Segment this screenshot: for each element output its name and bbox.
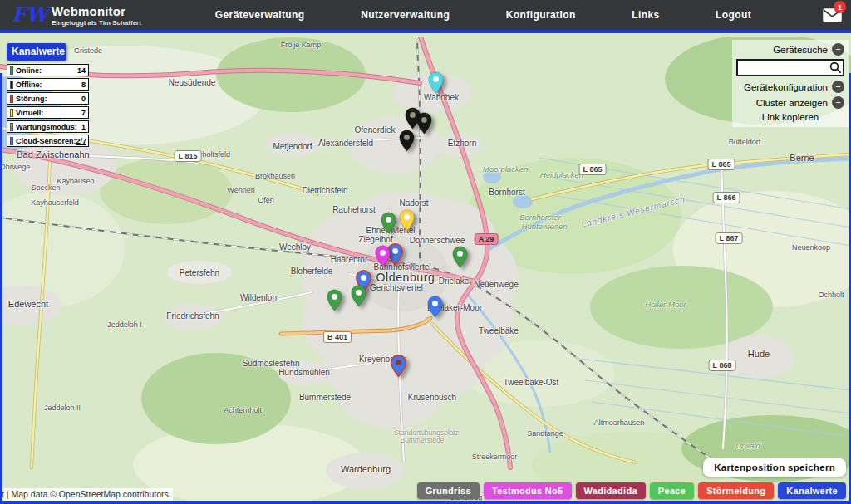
- layer-button-testmodus-no5[interactable]: Testmodus No5: [484, 482, 572, 499]
- map-attribution: t | Map data © OpenStreetMap contributor…: [0, 488, 173, 501]
- blue-border-left: [0, 73, 2, 504]
- layer-button-grundriss[interactable]: Grundriss: [417, 482, 480, 499]
- map-marker[interactable]: [351, 285, 366, 307]
- blue-border-bottom: [0, 501, 851, 504]
- cluster-toggle-label: Cluster anzeigen: [756, 98, 828, 108]
- legend-row-cloud-sensoren: Cloud-Sensoren:2/7: [7, 135, 89, 147]
- legend-value: 8: [81, 81, 86, 89]
- map-tiles: [0, 37, 851, 504]
- status-color-bar: [10, 66, 13, 75]
- status-color-bar: [10, 81, 13, 89]
- search-box: [736, 59, 844, 76]
- logged-in-as: Eingeloggt als Tim Schaffert: [52, 19, 141, 27]
- save-map-position-button[interactable]: Kartenposition speichern: [703, 458, 846, 477]
- legend-label: Online:: [16, 66, 77, 75]
- app-logo: FW: [12, 5, 48, 25]
- legend-label: Cloud-Sensoren:: [16, 137, 76, 145]
- collapse-cluster-button[interactable]: −: [832, 96, 844, 109]
- collapse-search-button[interactable]: −: [832, 43, 844, 56]
- legend-value: 7: [81, 109, 86, 117]
- legend-title: Kanalwerte: [7, 43, 66, 61]
- map-marker[interactable]: [416, 112, 432, 135]
- legend-value: 0: [81, 95, 86, 103]
- legend-row-st-rung: Störung:0: [7, 92, 89, 105]
- app-title: Webmonitor: [52, 4, 141, 18]
- collapse-config-button[interactable]: −: [832, 81, 844, 93]
- map-marker[interactable]: [375, 245, 391, 267]
- nav-item-ger-teverwaltung[interactable]: Geräteverwaltung: [215, 9, 305, 21]
- layer-button-peace[interactable]: Peace: [650, 482, 694, 499]
- legend-label: Virtuell:: [16, 109, 81, 117]
- status-color-bar: [10, 109, 13, 117]
- map-marker[interactable]: [427, 296, 443, 318]
- main-nav: GeräteverwaltungNutzerverwaltungKonfigur…: [179, 9, 813, 21]
- map-marker[interactable]: [381, 212, 396, 234]
- cloud-sensors-link[interactable]: 2/7: [76, 137, 87, 145]
- mail-button[interactable]: 1: [813, 0, 851, 32]
- kanalwerte-legend: Kanalwerte Online:14Offline:8Störung:0Vi…: [7, 43, 89, 149]
- device-panel: Gerätesuche − Gerätekonfiguration − Clus…: [732, 40, 849, 127]
- device-search-input[interactable]: [736, 59, 844, 76]
- map-marker[interactable]: [399, 130, 415, 152]
- legend-label: Wartungsmodus:: [16, 123, 81, 131]
- title-wrap: Webmonitor Eingeloggt als Tim Schaffert: [52, 4, 141, 27]
- legend-row-online: Online:14: [7, 64, 89, 76]
- legend-rows: Online:14Offline:8Störung:0Virtuell:7War…: [7, 64, 89, 147]
- device-config-label: Gerätekonfiguration: [744, 82, 828, 92]
- map-marker[interactable]: [391, 355, 406, 377]
- status-color-bar: [10, 123, 13, 131]
- legend-value: 14: [77, 66, 86, 75]
- legend-row-offline: Offline:8: [7, 78, 89, 91]
- layer-buttons: GrundrissTestmodus No5WadidadidaPeaceStö…: [417, 482, 846, 499]
- nav-item-nutzerverwaltung[interactable]: Nutzerverwaltung: [361, 9, 450, 21]
- layer-button-kanalwerte[interactable]: Kanalwerte: [778, 482, 846, 499]
- map-area[interactable]: GristedeFrölje KampNeusüdendeWahnbekOfen…: [0, 37, 851, 504]
- copy-link-button[interactable]: Link kopieren: [736, 112, 844, 122]
- webmonitor-app: FW Webmonitor Eingeloggt als Tim Schaffe…: [0, 0, 851, 504]
- legend-row-virtuell: Virtuell:7: [7, 106, 89, 119]
- map-marker[interactable]: [327, 289, 342, 311]
- map-marker[interactable]: [452, 246, 468, 268]
- top-navbar: FW Webmonitor Eingeloggt als Tim Schaffe…: [0, 0, 851, 33]
- nav-item-konfiguration[interactable]: Konfiguration: [506, 9, 576, 21]
- map-marker[interactable]: [428, 71, 444, 94]
- map-marker[interactable]: [399, 209, 415, 232]
- layer-button-wadidadida[interactable]: Wadidadida: [576, 482, 646, 499]
- legend-label: Offline:: [16, 81, 81, 89]
- legend-label: Störung:: [16, 95, 81, 103]
- device-search-label: Gerätesuche: [773, 45, 828, 55]
- logo-block: FW Webmonitor Eingeloggt als Tim Schaffe…: [0, 4, 179, 27]
- status-color-bar: [10, 137, 13, 145]
- nav-item-links[interactable]: Links: [632, 9, 659, 21]
- layer-button-st-rmeldung[interactable]: Störmeldung: [698, 482, 774, 499]
- status-color-bar: [10, 95, 13, 103]
- legend-row-wartungsmodus: Wartungsmodus:1: [7, 120, 89, 133]
- nav-item-logout[interactable]: Logout: [716, 9, 751, 21]
- legend-value: 1: [81, 123, 86, 131]
- mail-count-badge: 1: [834, 1, 846, 13]
